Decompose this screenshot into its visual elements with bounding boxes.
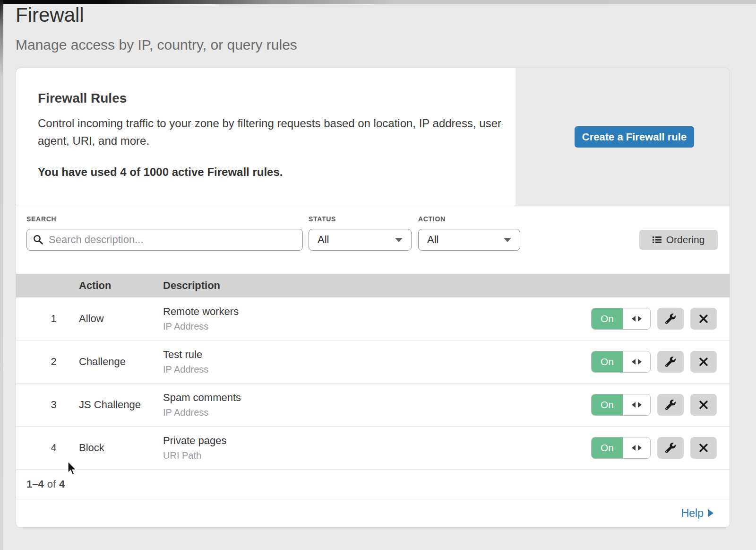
ordering-button[interactable]: Ordering: [639, 230, 718, 250]
ordering-button-label: Ordering: [666, 234, 705, 245]
status-select[interactable]: All: [309, 229, 412, 251]
screenshot-left-edge: [0, 0, 3, 550]
action-selected-value: All: [427, 234, 438, 246]
rule-description: Spam comments: [163, 392, 591, 404]
rule-enabled-toggle[interactable]: On: [591, 308, 651, 330]
table-header: Action Description: [16, 274, 730, 297]
rule-action: Allow: [79, 313, 163, 325]
screenshot-top-edge: [0, 0, 756, 4]
pagination-range: 1–4: [26, 478, 44, 490]
delete-rule-button[interactable]: [690, 351, 717, 373]
delete-rule-button[interactable]: [690, 394, 717, 416]
rules-usage-note: You have used 4 of 1000 active Firewall …: [38, 166, 283, 179]
search-field-wrap: [26, 229, 303, 251]
column-header-description: Description: [163, 279, 220, 292]
rules-card-header: Firewall Rules Control incoming traffic …: [16, 68, 730, 206]
toggle-handle[interactable]: [623, 308, 650, 329]
right-arrow-icon: [638, 402, 642, 408]
firewall-rules-card: Firewall Rules Control incoming traffic …: [16, 68, 730, 528]
toggle-on-segment[interactable]: On: [592, 437, 623, 458]
table-row: 1 Allow Remote workers IP Address On: [16, 297, 730, 340]
rules-description: Control incoming traffic to your zone by…: [38, 114, 510, 149]
rule-description: Private pages: [163, 435, 591, 447]
create-firewall-rule-button[interactable]: Create a Firewall rule: [575, 126, 694, 148]
rule-number: 3: [16, 399, 79, 411]
left-arrow-icon: [632, 316, 636, 322]
toggle-handle[interactable]: [623, 394, 650, 415]
action-select[interactable]: All: [418, 229, 520, 251]
left-arrow-icon: [632, 359, 636, 365]
status-selected-value: All: [318, 234, 329, 246]
toggle-on-segment[interactable]: On: [592, 308, 623, 329]
rule-match-type: URI Path: [163, 450, 591, 461]
rule-enabled-toggle[interactable]: On: [591, 437, 651, 459]
right-arrow-icon: [638, 359, 642, 365]
left-arrow-icon: [632, 445, 636, 451]
table-row: 4 Block Private pages URI Path On: [16, 427, 730, 470]
rule-number: 4: [16, 442, 79, 454]
edit-rule-button[interactable]: [657, 437, 684, 459]
rule-match-type: IP Address: [163, 364, 591, 375]
search-label: SEARCH: [26, 215, 56, 223]
left-arrow-icon: [632, 402, 636, 408]
status-label: STATUS: [309, 215, 336, 223]
toggle-on-segment[interactable]: On: [592, 394, 623, 415]
help-arrow-icon: [708, 509, 713, 517]
page-title: Firewall: [16, 4, 84, 26]
page-subtitle: Manage access by IP, country, or query r…: [16, 37, 297, 53]
help-link-label: Help: [681, 507, 704, 520]
rule-description: Remote workers: [163, 306, 591, 318]
help-link[interactable]: Help: [681, 507, 713, 520]
rule-number: 1: [16, 313, 79, 325]
delete-rule-button[interactable]: [690, 308, 717, 330]
card-footer: Help: [16, 499, 730, 527]
close-icon: [699, 400, 708, 410]
pagination-total: 4: [59, 478, 65, 490]
close-icon: [699, 357, 708, 367]
chevron-down-icon: [395, 238, 403, 242]
edit-rule-button[interactable]: [657, 394, 684, 416]
wrench-icon: [665, 314, 676, 324]
rule-enabled-toggle[interactable]: On: [591, 394, 651, 416]
close-icon: [699, 314, 708, 323]
toggle-handle[interactable]: [623, 351, 650, 372]
table-row: 2 Challenge Test rule IP Address On: [16, 340, 730, 384]
toggle-on-segment[interactable]: On: [592, 351, 623, 372]
pagination-of: of: [47, 478, 56, 490]
right-arrow-icon: [638, 445, 642, 451]
action-label: ACTION: [418, 215, 446, 223]
search-input[interactable]: [26, 229, 303, 251]
edit-rule-button[interactable]: [657, 351, 684, 373]
close-icon: [699, 443, 708, 453]
rule-number: 2: [16, 356, 79, 368]
table-row: 3 JS Challenge Spam comments IP Address …: [16, 384, 730, 427]
rule-action: JS Challenge: [79, 399, 163, 411]
rule-enabled-toggle[interactable]: On: [591, 351, 651, 373]
delete-rule-button[interactable]: [690, 437, 717, 459]
rule-action: Challenge: [79, 356, 163, 368]
column-header-action: Action: [79, 279, 163, 292]
rules-heading: Firewall Rules: [38, 91, 127, 106]
rule-action: Block: [79, 442, 163, 454]
toggle-handle[interactable]: [623, 437, 650, 458]
filter-bar: SEARCH STATUS All ACTION All Ordering: [16, 206, 730, 274]
edit-rule-button[interactable]: [657, 308, 684, 330]
wrench-icon: [665, 357, 676, 367]
wrench-icon: [665, 443, 676, 453]
right-arrow-icon: [638, 316, 642, 322]
ordering-list-icon: [653, 236, 662, 244]
pagination-bar: 1–4 of 4: [16, 470, 730, 499]
wrench-icon: [665, 400, 676, 410]
chevron-down-icon: [504, 238, 511, 242]
rule-match-type: IP Address: [163, 407, 591, 418]
rule-match-type: IP Address: [163, 321, 591, 332]
rule-description: Test rule: [163, 349, 591, 361]
